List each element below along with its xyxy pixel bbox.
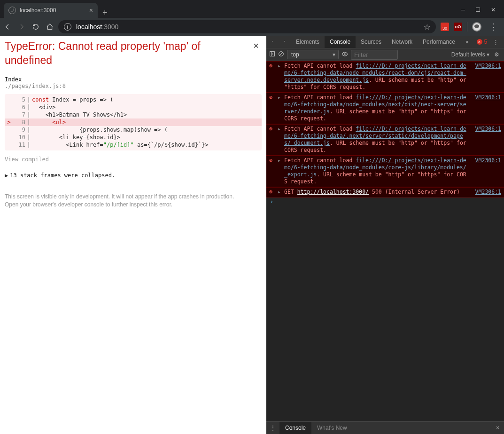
devtools-menu-icon[interactable]: ⋮ [490,39,502,46]
execution-context-select[interactable]: top [287,50,339,59]
error-component: Index [5,76,262,83]
message-source-link[interactable]: VM2306:1 [475,189,501,196]
device-toggle-icon[interactable] [279,38,291,46]
code-line: 7| <h1>Batman TV Shows</h1> [5,111,262,118]
error-count[interactable]: 5 [484,39,488,45]
minimize-icon[interactable]: ─ [461,7,465,13]
open-console-note: Open your browser's developer console to… [5,201,262,209]
omnibox[interactable]: i localhost:3000 ☆ [58,20,436,33]
devtools-panel: ElementsConsoleSourcesNetworkPerformance… [266,36,504,434]
console-error-message[interactable]: ▸Fetch API cannot load file:///D:/ proje… [266,124,504,156]
drawer-close-icon[interactable]: × [491,425,504,431]
devtools-more-tabs[interactable]: » [460,36,474,48]
close-window-icon[interactable]: ✕ [491,7,496,13]
console-error-message[interactable]: ▸Fetch API cannot load file:///D:/ proje… [266,93,504,124]
log-levels-select[interactable]: Default levels ▾ [451,51,489,58]
view-compiled-link[interactable]: View compiled [5,156,262,163]
console-sidebar-toggle-icon[interactable] [269,51,275,58]
drawer-menu-icon[interactable]: ⋮ [266,425,279,431]
reload-icon[interactable] [32,23,39,31]
home-icon[interactable] [46,23,54,31]
devtools-tab-console[interactable]: Console [325,36,356,48]
code-line: 6| <div> [5,103,262,111]
code-line: 10| <li key={show.id}> [5,134,262,141]
error-close-icon[interactable]: × [250,39,262,52]
code-line: 11| <Link href="/p/[id]" as={`/p/${show.… [5,141,262,149]
devtools-close-icon[interactable]: × [502,39,504,46]
inspect-icon[interactable] [266,38,279,46]
message-source-link[interactable]: VM2306:1 [475,157,501,185]
code-line: >8| <ul> [5,118,262,126]
message-source-link[interactable]: VM2306:1 [475,94,501,122]
url-path: :3000 [102,23,118,31]
tab-title: localhost:3000 [20,7,56,14]
ublock-extension-icon[interactable]: uO [454,23,462,31]
drawer-tab-console[interactable]: Console [279,422,311,434]
devtools-tab-network[interactable]: Network [387,36,418,48]
toolbar-divider [467,22,467,32]
dev-only-note: This screen is visible only in developme… [5,193,262,201]
maximize-icon[interactable]: ☐ [475,7,481,13]
devtools-tab-sources[interactable]: Sources [356,36,387,48]
url-domain: localhost [76,23,102,31]
browser-tab[interactable]: localhost:3000 × [4,3,98,18]
devtools-tabbar: ElementsConsoleSourcesNetworkPerformance… [266,36,504,48]
devtools-drawer: ⋮ Console What's New × [266,421,504,434]
console-output[interactable]: ▸Fetch API cannot load file:///D:/ proje… [266,61,504,421]
calendar-extension-icon[interactable]: 30 [441,23,449,31]
devtools-tab-elements[interactable]: Elements [291,36,325,48]
globe-icon [8,7,16,14]
error-overlay: TypeError: Cannot read property 'map' of… [0,36,266,434]
console-settings-icon[interactable]: ⚙ [492,51,501,58]
forward-icon [18,23,25,31]
new-tab-button[interactable]: + [98,8,112,18]
code-line: 5|const Index = props => ( [5,96,262,103]
live-expression-icon[interactable] [341,51,348,59]
svg-point-5 [344,53,346,55]
console-error-message[interactable]: ▸Fetch API cannot load file:///D:/ proje… [266,61,504,93]
console-error-message[interactable]: ▸Fetch API cannot load file:///D:/ proje… [266,156,504,187]
console-toolbar: top Default levels ▾ ⚙ [266,48,504,61]
back-icon[interactable] [4,23,11,31]
window-titlebar: localhost:3000 × + ─ ☐ ✕ [0,0,504,18]
address-bar: i localhost:3000 ☆ 30 uO ⋮ [0,18,504,36]
error-file: ./pages/index.js:8 [5,83,262,89]
clear-console-icon[interactable] [278,51,284,58]
drawer-tab-whatsnew[interactable]: What's New [311,422,353,434]
code-line: 9| {props.shows.map(show => ( [5,126,262,134]
window-controls: ─ ☐ ✕ [461,7,504,18]
browser-menu-icon[interactable]: ⋮ [486,22,500,32]
console-prompt[interactable]: › [266,197,504,206]
site-info-icon[interactable]: i [64,23,71,31]
bookmark-icon[interactable]: ☆ [424,23,430,32]
profile-avatar-icon[interactable] [472,22,481,32]
console-filter-input[interactable] [351,50,398,60]
message-source-link[interactable]: VM2306:1 [475,126,501,154]
devtools-tab-performance[interactable]: Performance [418,36,460,48]
tab-close-icon[interactable]: × [89,7,93,14]
console-error-message[interactable]: ▸GET http://localhost:3000/ 500 (Interna… [266,187,504,197]
error-indicator-icon[interactable]: × [477,39,482,45]
message-source-link[interactable]: VM2306:1 [475,63,501,91]
collapsed-frames[interactable]: ▶13 stack frames were collapsed. [5,172,262,179]
code-snippet: 5|const Index = props => (6| <div>7| <h1… [5,94,262,150]
svg-rect-1 [284,41,285,41]
error-title: TypeError: Cannot read property 'map' of… [5,39,246,68]
